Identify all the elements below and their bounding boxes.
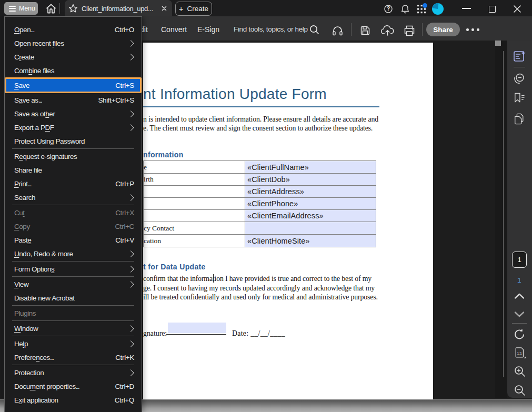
svg-text:?: ?: [387, 6, 390, 12]
svg-text:1:1: 1:1: [517, 351, 522, 355]
